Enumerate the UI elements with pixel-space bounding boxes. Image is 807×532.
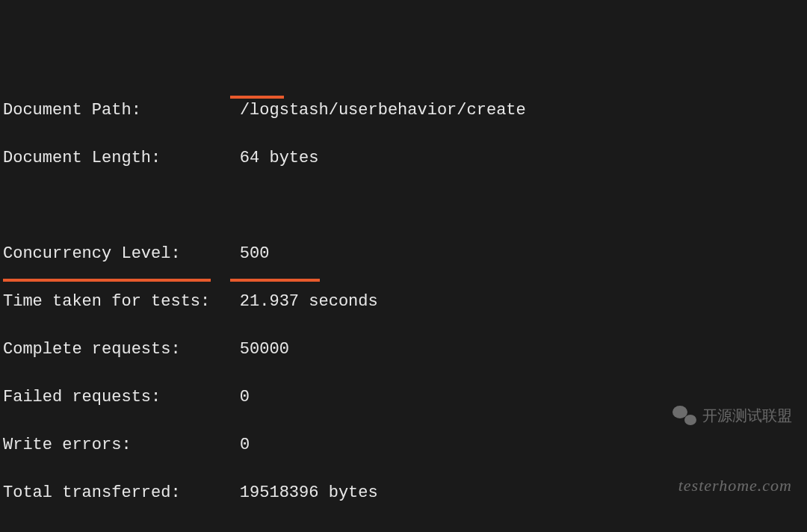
concurrency-value: 500: [240, 244, 270, 263]
time-taken-row: Time taken for tests: 21.937 seconds: [3, 290, 807, 314]
concurrency-row: Concurrency Level: 500: [3, 242, 807, 266]
write-err-value: 0: [240, 436, 250, 454]
doc-len-value: 64 bytes: [240, 149, 319, 167]
highlight-rps-label: [3, 279, 211, 282]
doc-path-value: /logstash/userbehavior/create: [240, 101, 526, 120]
total-tx-value: 19518396 bytes: [240, 483, 378, 502]
failed-value: 0: [240, 388, 250, 406]
doc-len-row: Document Length: 64 bytes: [3, 146, 807, 170]
complete-label: Complete requests:: [3, 340, 181, 359]
blank-row-1: [3, 194, 807, 218]
html-tx-row: HTML transferred: 3200000 bytes: [3, 529, 807, 532]
doc-len-label: Document Length:: [3, 149, 161, 167]
doc-path-label: Document Path:: [3, 101, 141, 120]
watermark: 开源测试联盟 testerhome.com: [672, 356, 792, 522]
watermark-line2: testerhome.com: [672, 474, 792, 498]
concurrency-label: Concurrency Level:: [3, 244, 181, 263]
complete-value: 50000: [240, 340, 289, 359]
time-taken-label: Time taken for tests:: [3, 292, 210, 311]
watermark-line1: 开源测试联盟: [702, 403, 792, 427]
wechat-icon: [672, 406, 696, 425]
time-taken-value: 21.937 seconds: [240, 292, 378, 311]
highlight-concurrency: [230, 96, 284, 99]
failed-label: Failed requests:: [3, 388, 161, 406]
write-err-label: Write errors:: [3, 436, 132, 454]
highlight-rps-value: [230, 279, 320, 282]
doc-path-row: Document Path: /logstash/userbehavior/cr…: [3, 99, 807, 123]
total-tx-label: Total transferred:: [3, 483, 181, 502]
